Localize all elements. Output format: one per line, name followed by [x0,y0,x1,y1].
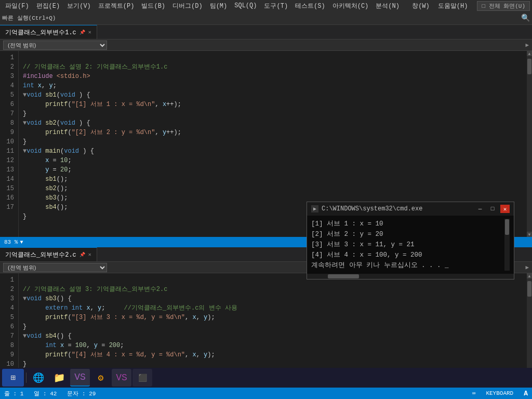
taskbar-ie[interactable]: 🌐 [29,369,48,387]
keyboard-status: KEYBOARD [486,390,513,396]
scroll-right-icon[interactable]: ▶ [525,42,529,48]
windows-logo: ⊞ [10,373,16,383]
editor2-line-numbers: 12345 678910 [0,273,19,382]
tab-editor2-close[interactable]: ✕ [88,251,91,258]
scope-select-editor2[interactable]: (전역 범위) [3,263,107,272]
taskbar-sep1 [26,373,26,383]
search-icon[interactable]: 🔍 [521,14,530,22]
ie-icon: 🌐 [33,372,44,383]
status-bar: 줄 : 1 열 : 42 문자 : 29 ⌨ KEYBOARD A [0,388,532,399]
editor1-line-numbers: 12345 678910 1112131415 1617 [0,51,19,237]
cmd-line-5: 계속하려면 아무 키나 누르십시오 . . . _ [311,260,504,271]
tab-editor1-pin[interactable]: 📌 [79,30,85,35]
menu-project[interactable]: 프로젝트(P) [95,1,138,11]
vs2-icon: VS [116,373,127,383]
scroll-thumb2[interactable] [527,281,531,297]
editor1-scrollbar[interactable]: ▲ ▼ [527,51,532,237]
cmd-maximize-btn[interactable]: □ [488,205,497,213]
menu-window[interactable]: 창(W) [409,1,433,11]
scroll-right-icon2[interactable]: ▶ [525,264,529,271]
explorer-icon: 📁 [54,372,65,383]
taskbar: ⊞ 🌐 📁 VS ⚙ VS ⬛ [0,368,532,388]
editor2-body: 12345 678910 // 기억클래스 설명 3: 기억클래스_외부변수2.… [0,273,527,382]
cmd-content: [1] 서브 1 : x = 10 [2] 서브 2 : y = 20 [3] … [307,216,514,274]
tab-editor1-close[interactable]: ✕ [88,29,91,35]
quick-run-label: 빠른 실행(Ctrl+Q) [2,14,56,22]
cmd-scroll-thumb[interactable] [505,219,509,235]
menu-analyze[interactable]: 분석(N) [373,1,403,11]
zoom-arrow-editor1[interactable]: ▼ [20,240,23,245]
cmd-line-4: [4] 서브 4 : x = 100, y = 200 [311,250,504,260]
cmd-close-btn[interactable]: ✕ [500,205,510,213]
taskbar-cmd[interactable]: ⬛ [132,369,152,387]
cmd-output: [1] 서브 1 : x = 10 [2] 서브 2 : y = 20 [3] … [311,219,504,271]
status-col: 열 : 42 [34,390,57,397]
cmd-minimize-btn[interactable]: — [475,205,485,213]
tab-editor1[interactable]: 기억클래스_외부변수1.c 📌 ✕ [0,25,97,39]
tools-icon: ⚙ [98,372,104,383]
cmd-taskbar-icon: ⬛ [138,374,147,382]
cmd-line-1: [1] 서브 1 : x = 10 [311,219,504,229]
menu-build[interactable]: 빌드(B) [138,1,168,11]
menu-arch[interactable]: 아키텍처(C) [329,1,372,11]
editor2-code[interactable]: // 기억클래스 설명 3: 기억클래스_외부변수2.c ▼void sb3()… [19,273,527,382]
menu-bar: 파일(F) 편집(E) 보기(V) 프로젝트(P) 빌드(B) 디버그(D) 팀… [0,0,532,11]
scope-bar-editor1: (전역 범위) ▶ [0,39,532,51]
cmd-icon: ▶ [311,205,318,212]
cmd-window: ▶ C:\WINDOWS\system32\cmd.exe — □ ✕ [1] … [307,202,514,280]
vs-icon: VS [74,372,86,382]
scroll-track[interactable] [527,56,532,232]
taskbar-tools[interactable]: ⚙ [91,369,111,387]
taskbar-vs2[interactable]: VS [112,369,131,387]
cmd-hscrollbar[interactable] [307,274,514,279]
scroll-track2[interactable] [527,278,532,377]
menu-edit[interactable]: 편집(E) [33,1,63,11]
cmd-line-3: [3] 서브 3 : x = 11, y = 21 [311,240,504,250]
tab-editor2-label: 기억클래스_외부변수2.c [5,250,76,259]
menu-test[interactable]: 테스트(S) [292,1,328,11]
menu-view[interactable]: 보기(V) [64,1,94,11]
scroll-up-arrow[interactable]: ▲ [527,51,532,56]
tab-editor2-pin[interactable]: 📌 [79,252,85,258]
menu-team[interactable]: 팀(M) [207,1,231,11]
tab-bar-editor1: 기억클래스_외부변수1.c 📌 ✕ [0,25,532,39]
cmd-line-2: [2] 서브 2 : y = 20 [311,229,504,240]
lang-indicator: A [524,390,528,397]
tab-editor1-label: 기억클래스_외부변수1.c [5,28,76,37]
menu-sql[interactable]: SQL(Q) [231,1,260,10]
start-button[interactable]: ⊞ [2,369,24,387]
scroll-down-arrow[interactable]: ▼ [527,232,532,237]
status-char: 문자 : 29 [67,390,96,397]
cmd-titlebar[interactable]: ▶ C:\WINDOWS\system32\cmd.exe — □ ✕ [307,202,514,216]
cmd-hscroll-thumb[interactable] [328,274,359,278]
zoom-value-editor1: 83 % [4,239,18,245]
taskbar-explorer[interactable]: 📁 [49,369,69,387]
editor2-area: 12345 678910 // 기억클래스 설명 3: 기억클래스_외부변수2.… [0,273,532,382]
tab-editor2[interactable]: 기억클래스_외부변수2.c 📌 ✕ [0,247,97,261]
cmd-title-text: C:\WINDOWS\system32\cmd.exe [322,205,472,212]
scope-select-editor1[interactable]: (전역 범위) [3,41,107,50]
taskbar-vs[interactable]: VS [70,369,90,387]
menu-file[interactable]: 파일(F) [2,1,32,11]
scroll-thumb[interactable] [527,59,531,74]
scroll-up-arrow2[interactable]: ▲ [527,273,532,278]
toolbar: 빠른 실행(Ctrl+Q) 🔍 [0,11,532,25]
fullscreen-btn[interactable]: □ 전체 화면(U) [477,1,530,11]
keyboard-icon: ⌨ [472,390,476,397]
menu-help[interactable]: 도움말(H) [435,1,471,11]
editor2-scrollbar[interactable]: ▲ ▼ [527,273,532,382]
status-line: 줄 : 1 [4,390,23,397]
menu-debug[interactable]: 디버그(D) [169,1,206,11]
cmd-scrollbar[interactable] [504,219,510,271]
menu-tools[interactable]: 도구(T) [261,1,291,11]
